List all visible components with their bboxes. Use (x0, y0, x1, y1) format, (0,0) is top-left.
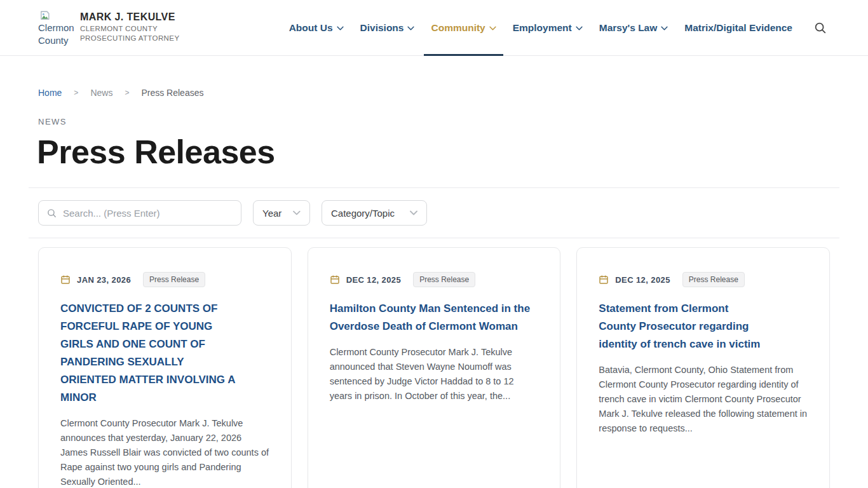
nav-label: Matrix/Digital Evidence (684, 22, 792, 34)
press-release-card: DEC 12, 2025 Press Release Statement fro… (576, 247, 830, 488)
card-excerpt: Batavia, Clermont County, Ohio Statement… (599, 363, 808, 436)
page-title: Press Releases (37, 133, 831, 171)
card-title-link[interactable]: CONVICTED OF 2 COUNTS OF FORCEFUL RAPE O… (60, 300, 240, 407)
breadcrumb-current: Press Releases (141, 88, 203, 98)
card-meta: DEC 12, 2025 Press Release (599, 272, 808, 287)
search-icon (46, 208, 57, 219)
card-category-badge: Press Release (413, 272, 475, 287)
brand[interactable]: Clermont County MARK J. TEKULVE CLERMONT… (38, 10, 179, 46)
chevron-down-icon (489, 26, 496, 30)
chevron-down-icon (661, 26, 668, 30)
card-title-link[interactable]: Hamilton County Man Sentenced in the Ove… (330, 300, 539, 336)
chevron-down-icon (293, 210, 301, 215)
site-subtitle-line2: PROSECUTING ATTORNEY (80, 34, 179, 43)
filter-bar: Year Category/Topic (38, 200, 830, 226)
site-header: Clermont County MARK J. TEKULVE CLERMONT… (0, 0, 868, 56)
breadcrumb-separator: > (125, 88, 129, 97)
chevron-down-icon (576, 26, 583, 30)
press-release-list: JAN 23, 2026 Press Release CONVICTED OF … (38, 247, 830, 488)
category-topic-select[interactable]: Category/Topic (322, 200, 427, 226)
year-select-label: Year (262, 208, 281, 219)
search-icon (813, 21, 827, 35)
press-search-box (38, 200, 241, 226)
nav-item-marsys-law[interactable]: Marsy's Law (591, 0, 677, 56)
site-subtitle-line1: CLERMONT COUNTY (80, 24, 179, 34)
nav-item-matrix-digital-evidence[interactable]: Matrix/Digital Evidence (676, 0, 801, 56)
card-date: DEC 12, 2025 (346, 275, 401, 285)
nav-item-about-us[interactable]: About Us (281, 0, 352, 56)
divider (29, 187, 839, 188)
card-meta: DEC 12, 2025 Press Release (330, 272, 539, 287)
breadcrumb-separator: > (74, 88, 78, 97)
chevron-down-icon (337, 26, 344, 30)
card-excerpt: Clermont County Prosecutor Mark J. Tekul… (330, 345, 539, 403)
category-select-label: Category/Topic (331, 208, 395, 219)
card-title-link[interactable]: Statement from Clermont County Prosecuto… (599, 300, 763, 353)
card-date: DEC 12, 2025 (615, 275, 670, 285)
nav-label: Community (431, 22, 485, 34)
main-content: Home > News > Press Releases NEWS Press … (0, 56, 868, 488)
logo-alt-text: Clermont County (38, 22, 74, 46)
chevron-down-icon (410, 210, 417, 215)
header-search-button[interactable] (813, 21, 827, 35)
nav-label: Employment (513, 22, 572, 34)
nav-item-employment[interactable]: Employment (505, 0, 591, 56)
brand-text: MARK J. TEKULVE CLERMONT COUNTY PROSECUT… (80, 10, 179, 43)
chevron-down-icon (407, 26, 414, 30)
divider (29, 238, 839, 238)
press-search-input[interactable] (63, 208, 233, 219)
year-select[interactable]: Year (253, 200, 310, 226)
nav-item-community[interactable]: Community (423, 0, 504, 56)
active-nav-underline (424, 54, 503, 56)
calendar-icon (599, 274, 609, 285)
press-release-card: JAN 23, 2026 Press Release CONVICTED OF … (38, 247, 292, 488)
press-release-card: DEC 12, 2025 Press Release Hamilton Coun… (308, 247, 561, 488)
main-navigation: About Us Divisions Community Employment … (281, 0, 801, 56)
card-category-badge: Press Release (143, 272, 205, 287)
nav-label: Marsy's Law (599, 22, 658, 34)
card-meta: JAN 23, 2026 Press Release (60, 272, 269, 287)
calendar-icon (60, 274, 71, 285)
nav-item-divisions[interactable]: Divisions (352, 0, 423, 56)
card-date: JAN 23, 2026 (77, 275, 131, 285)
section-eyebrow: NEWS (38, 117, 830, 126)
site-name: MARK J. TEKULVE (80, 11, 179, 23)
calendar-icon (330, 274, 340, 285)
card-category-badge: Press Release (682, 272, 745, 287)
nav-label: Divisions (360, 22, 404, 34)
card-excerpt: Clermont County Prosecutor Mark J. Tekul… (60, 416, 269, 488)
breadcrumb: Home > News > Press Releases (38, 88, 830, 98)
breadcrumb-news[interactable]: News (90, 88, 112, 98)
broken-image-icon (39, 10, 50, 21)
breadcrumb-home-link[interactable]: Home (38, 88, 62, 98)
site-logo-broken-image: Clermont County (38, 9, 74, 46)
nav-label: About Us (289, 22, 333, 34)
